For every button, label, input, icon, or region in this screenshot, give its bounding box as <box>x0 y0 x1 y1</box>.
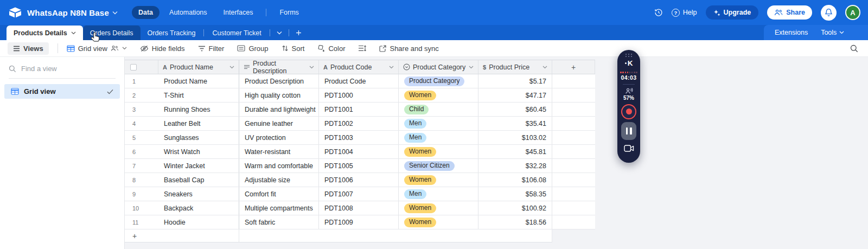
help-button[interactable]: ? Help <box>672 9 697 17</box>
cell-product-description[interactable]: High quality cotton <box>239 88 319 102</box>
cell-product-price[interactable]: $100.92 <box>478 201 552 215</box>
cell-product-category[interactable]: Men <box>399 131 478 144</box>
color-button[interactable]: Color <box>317 44 345 53</box>
cell-product-name[interactable]: Backpack <box>158 201 239 215</box>
row-number[interactable]: 7 <box>125 159 158 173</box>
cell-product-category[interactable]: Senior Citizen <box>399 159 478 173</box>
user-avatar[interactable]: A <box>845 5 860 20</box>
cell-product-name[interactable]: Product Name <box>158 74 239 88</box>
column-chevron-icon[interactable] <box>542 66 547 69</box>
views-button[interactable]: Views <box>8 42 49 55</box>
cell-product-description[interactable]: Genuine leather <box>239 117 319 130</box>
table-tab-orders-details[interactable]: Orders Details <box>83 25 141 40</box>
row-number[interactable]: 5 <box>125 131 158 144</box>
share-button[interactable]: Share <box>767 5 812 20</box>
cell-product-price[interactable]: $47.17 <box>478 88 552 102</box>
tools-button[interactable]: Tools <box>821 29 844 36</box>
cell-product-name[interactable]: T-Shirt <box>158 88 239 102</box>
cell-product-category[interactable]: Men <box>399 187 478 201</box>
find-a-view-input[interactable]: Find a view <box>9 65 116 79</box>
add-record-row[interactable]: + <box>125 229 552 242</box>
cell-product-price[interactable]: $35.41 <box>478 117 552 130</box>
select-all-checkbox[interactable] <box>130 64 137 71</box>
cell-product-category[interactable]: Women <box>399 215 478 229</box>
cell-product-category[interactable]: Men <box>399 117 478 130</box>
add-record-button[interactable]: + <box>125 229 239 242</box>
table-tab-products-details[interactable]: Products Details <box>7 25 83 40</box>
share-and-sync-button[interactable]: Share and sync <box>379 44 438 53</box>
sidebar-item-grid-view[interactable]: Grid view <box>4 84 120 99</box>
grid-view-switcher[interactable]: Grid view <box>67 44 127 53</box>
cell-product-description[interactable]: Water-resistant <box>239 145 319 158</box>
nav-tab-data[interactable]: Data <box>132 6 159 19</box>
cell-product-description[interactable]: Warm and comfortable <box>239 159 319 173</box>
cell-product-description[interactable]: Soft fabric <box>239 215 319 229</box>
cell-product-price[interactable]: $32.28 <box>478 159 552 173</box>
cell-product-price[interactable]: $103.02 <box>478 131 552 144</box>
cell-product-name[interactable]: Baseball Cap <box>158 173 239 187</box>
cell-product-category[interactable]: Women <box>399 173 478 187</box>
column-chevron-icon[interactable] <box>389 66 394 69</box>
row-number[interactable]: 1 <box>125 74 158 88</box>
search-button[interactable] <box>850 44 858 53</box>
cell-product-name[interactable]: Hoodie <box>158 215 239 229</box>
group-button[interactable]: Group <box>237 44 268 53</box>
column-chevron-icon[interactable] <box>229 66 234 69</box>
column-header-product-price[interactable]: $Product Price <box>478 60 552 74</box>
table-tab-customer-ticket[interactable]: Customer Ticket <box>205 25 268 40</box>
column-header-product-category[interactable]: Product Category <box>399 60 478 74</box>
history-icon[interactable] <box>654 8 663 17</box>
select-all-cell[interactable] <box>125 60 158 74</box>
column-chevron-icon[interactable] <box>469 66 474 69</box>
cell-product-price[interactable]: $58.35 <box>478 187 552 201</box>
row-number[interactable]: 3 <box>125 103 158 116</box>
notifications-button[interactable] <box>821 5 837 21</box>
nav-tab-forms[interactable]: Forms <box>273 6 305 19</box>
cell-product-category[interactable]: Women <box>399 145 478 158</box>
cell-product-price[interactable]: $106.08 <box>478 173 552 187</box>
cell-product-category[interactable]: Women <box>399 88 478 102</box>
row-number[interactable]: 9 <box>125 187 158 201</box>
drag-handle[interactable] <box>626 54 633 57</box>
cell-product-description[interactable]: UV protection <box>239 131 319 144</box>
row-number[interactable]: 8 <box>125 173 158 187</box>
column-header-product-description[interactable]: Product Description <box>239 60 319 74</box>
base-title[interactable]: WhatsAap N8N Base <box>27 8 109 17</box>
column-header-product-code[interactable]: AProduct Code <box>319 60 399 74</box>
cell-product-name[interactable]: Sneakers <box>158 187 239 201</box>
nav-tab-automations[interactable]: Automations <box>163 6 213 19</box>
cell-product-code[interactable]: PDT1002 <box>319 117 399 130</box>
pause-button[interactable] <box>621 122 636 140</box>
column-chevron-icon[interactable] <box>309 66 314 69</box>
cell-product-code[interactable]: Product Code <box>319 74 399 88</box>
row-height-button[interactable] <box>358 45 366 52</box>
cell-product-description[interactable]: Comfort fit <box>239 187 319 201</box>
table-tab-orders-tracking[interactable]: Orders Tracking <box>141 25 203 40</box>
column-header-product-name[interactable]: AProduct Name <box>158 60 239 74</box>
row-number[interactable]: 6 <box>125 145 158 158</box>
cell-product-code[interactable]: PDT1007 <box>319 187 399 201</box>
cell-product-name[interactable]: Wrist Watch <box>158 145 239 158</box>
tables-menu-chevron-icon[interactable] <box>271 31 288 35</box>
row-number[interactable]: 4 <box>125 117 158 130</box>
cell-product-description[interactable]: Product Description <box>239 74 319 88</box>
cell-product-code[interactable]: PDT1000 <box>319 88 399 102</box>
cell-product-code[interactable]: PDT1004 <box>319 145 399 158</box>
cell-product-code[interactable]: PDT1009 <box>319 215 399 229</box>
base-chevron-down-icon[interactable] <box>112 11 118 15</box>
cell-product-price[interactable]: $45.81 <box>478 145 552 158</box>
cell-product-name[interactable]: Sunglasses <box>158 131 239 144</box>
cell-product-description[interactable]: Multiple compartments <box>239 201 319 215</box>
row-number[interactable]: 2 <box>125 88 158 102</box>
row-number[interactable]: 10 <box>125 201 158 215</box>
cell-product-description[interactable]: Adjustable size <box>239 173 319 187</box>
nav-tab-interfaces[interactable]: Interfaces <box>217 6 260 19</box>
extensions-button[interactable]: Extensions <box>775 29 808 36</box>
add-table-icon[interactable] <box>290 30 307 36</box>
screen-recorder-widget[interactable]: K 04:03 57% <box>617 50 640 163</box>
cell-product-category[interactable]: Child <box>399 103 478 116</box>
record-button[interactable] <box>621 104 636 119</box>
cell-product-category[interactable]: Women <box>399 201 478 215</box>
sort-button[interactable]: Sort <box>282 44 305 53</box>
cell-product-code[interactable]: PDT1003 <box>319 131 399 144</box>
